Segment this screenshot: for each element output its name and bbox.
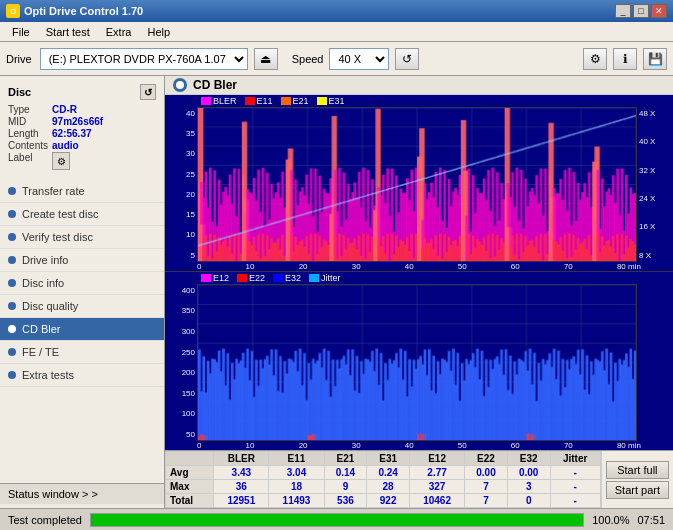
status-window-button[interactable]: Status window > >: [0, 483, 164, 504]
max-e11: 18: [269, 480, 324, 494]
top-x-axis: 0 10 20 30 40 50 60 70 80 min: [165, 262, 673, 271]
save-button[interactable]: 💾: [643, 48, 667, 70]
total-e31: 922: [367, 494, 410, 508]
stats-area: BLER E11 E21 E31 E12 E22 E32 Jitter: [165, 450, 673, 508]
legend-color-e21: [281, 97, 291, 105]
bottom-chart-plot: [197, 284, 637, 441]
stats-row-total: Total 12951 11493 536 922 10462 7 0 -: [166, 494, 601, 508]
nav-dot-disc-info: [8, 279, 16, 287]
menu-file[interactable]: File: [4, 22, 38, 41]
mid-value: 97m26s66f: [52, 116, 156, 127]
nav-label-verify: Verify test disc: [22, 231, 93, 243]
top-y-axis-right: 48 X 40 X 32 X 24 X 16 X 8 X: [637, 107, 673, 262]
legend-label-e11: E11: [257, 96, 273, 106]
legend-label-e32: E32: [285, 273, 301, 283]
avg-bler: 3.43: [214, 466, 269, 480]
sidebar-item-drive-info[interactable]: Drive info: [0, 249, 164, 272]
disc-section: Disc ↺ Type CD-R MID 97m26s66f Length 62…: [0, 80, 164, 174]
stats-table-wrapper: BLER E11 E21 E31 E12 E22 E32 Jitter: [165, 451, 601, 508]
speed-select[interactable]: 40 X Max 32 X 24 X 16 X 8 X: [329, 48, 389, 70]
sidebar-item-fe-te[interactable]: FE / TE: [0, 341, 164, 364]
sidebar-nav: Transfer rate Create test disc Verify te…: [0, 180, 164, 387]
label-settings-icon[interactable]: ⚙: [52, 152, 70, 170]
stats-table: BLER E11 E21 E31 E12 E22 E32 Jitter: [165, 451, 601, 508]
start-part-button[interactable]: Start part: [606, 481, 669, 499]
top-y-axis: 40 35 30 25 20 15 10 5: [165, 107, 197, 262]
toolbar: Drive (E:) PLEXTOR DVDR PX-760A 1.07 ⏏ S…: [0, 42, 673, 76]
close-button[interactable]: ✕: [651, 4, 667, 18]
disc-refresh-icon[interactable]: ↺: [140, 84, 156, 100]
col-header-e11: E11: [269, 452, 324, 466]
legend-label-e22: E22: [249, 273, 265, 283]
menu-start-test[interactable]: Start test: [38, 22, 98, 41]
legend-e12: E12: [201, 273, 229, 283]
sidebar: Disc ↺ Type CD-R MID 97m26s66f Length 62…: [0, 76, 165, 508]
legend-e31: E31: [317, 96, 345, 106]
sidebar-item-transfer-rate[interactable]: Transfer rate: [0, 180, 164, 203]
eject-button[interactable]: ⏏: [254, 48, 278, 70]
app-icon: O: [6, 4, 20, 18]
nav-dot-verify: [8, 233, 16, 241]
info-button[interactable]: ℹ: [613, 48, 637, 70]
nav-label-transfer-rate: Transfer rate: [22, 185, 85, 197]
start-full-button[interactable]: Start full: [606, 461, 669, 479]
max-e22: 7: [465, 480, 508, 494]
bottom-x-axis: 0 10 20 30 40 50 60 70 80 min: [165, 441, 673, 450]
bottom-y-axis: 400 350 300 250 200 150 100 50: [165, 284, 197, 441]
drive-select[interactable]: (E:) PLEXTOR DVDR PX-760A 1.07: [40, 48, 248, 70]
mid-label: MID: [8, 116, 48, 127]
avg-e11: 3.04: [269, 466, 324, 480]
chart-icon: [173, 78, 187, 92]
legend-label-e12: E12: [213, 273, 229, 283]
legend-e32: E32: [273, 273, 301, 283]
label-label: Label: [8, 152, 48, 170]
row-label-max: Max: [166, 480, 214, 494]
title-bar-buttons: _ □ ✕: [615, 4, 667, 18]
main-content: Disc ↺ Type CD-R MID 97m26s66f Length 62…: [0, 76, 673, 508]
nav-label-drive-info: Drive info: [22, 254, 68, 266]
max-bler: 36: [214, 480, 269, 494]
maximize-button[interactable]: □: [633, 4, 649, 18]
title-bar: O Opti Drive Control 1.70 _ □ ✕: [0, 0, 673, 22]
legend-label-e21: E21: [293, 96, 309, 106]
avg-e21: 0.14: [324, 466, 367, 480]
chart-title-bar: CD Bler: [165, 76, 673, 95]
total-e22: 7: [465, 494, 508, 508]
max-e21: 9: [324, 480, 367, 494]
chart-area: CD Bler BLER E11 E21: [165, 76, 673, 508]
sidebar-item-cd-bler[interactable]: CD Bler: [0, 318, 164, 341]
col-header-empty: [166, 452, 214, 466]
menu-help[interactable]: Help: [139, 22, 178, 41]
col-header-e21: E21: [324, 452, 367, 466]
col-header-jitter: Jitter: [550, 452, 600, 466]
legend-color-e32: [273, 274, 283, 282]
legend-label-bler: BLER: [213, 96, 237, 106]
drive-label: Drive: [6, 53, 32, 65]
chart-title: CD Bler: [193, 78, 237, 92]
settings-button[interactable]: ⚙: [583, 48, 607, 70]
max-e12: 327: [409, 480, 464, 494]
sidebar-item-disc-quality[interactable]: Disc quality: [0, 295, 164, 318]
total-bler: 12951: [214, 494, 269, 508]
minimize-button[interactable]: _: [615, 4, 631, 18]
avg-e22: 0.00: [465, 466, 508, 480]
sidebar-item-extra-tests[interactable]: Extra tests: [0, 364, 164, 387]
nav-dot-create: [8, 210, 16, 218]
sidebar-item-disc-info[interactable]: Disc info: [0, 272, 164, 295]
sidebar-item-verify-test-disc[interactable]: Verify test disc: [0, 226, 164, 249]
menu-extra[interactable]: Extra: [98, 22, 140, 41]
legend-e11: E11: [245, 96, 273, 106]
action-buttons: Start full Start part: [601, 451, 673, 508]
sidebar-item-create-test-disc[interactable]: Create test disc: [0, 203, 164, 226]
avg-e32: 0.00: [507, 466, 550, 480]
max-jitter: -: [550, 480, 600, 494]
avg-jitter: -: [550, 466, 600, 480]
legend-label-jitter: Jitter: [321, 273, 341, 283]
type-value: CD-R: [52, 104, 156, 115]
refresh-button[interactable]: ↺: [395, 48, 419, 70]
menu-bar: File Start test Extra Help: [0, 22, 673, 42]
col-header-bler: BLER: [214, 452, 269, 466]
speed-label: Speed: [292, 53, 324, 65]
svg-point-0: [176, 81, 184, 89]
legend-e22: E22: [237, 273, 265, 283]
